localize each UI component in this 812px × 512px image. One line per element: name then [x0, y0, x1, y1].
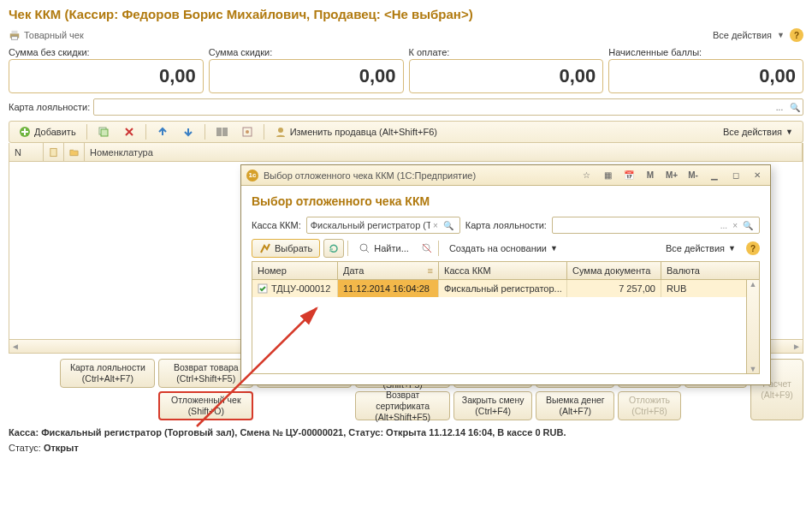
- return-certificate-button[interactable]: Возврат сертификата (Alt+Shift+F5): [355, 391, 450, 420]
- btn-hotkey: (Ctrl+F8): [622, 406, 676, 417]
- col-icon2[interactable]: [64, 143, 85, 161]
- tb-grid-icon[interactable]: ▦: [600, 169, 615, 182]
- add-button[interactable]: Добавить: [13, 123, 82, 140]
- sum-bonus-label: Начисленные баллы:: [608, 47, 803, 57]
- btn-hotkey: (Ctrl+Alt+F7): [64, 373, 151, 384]
- doc-icon: [49, 147, 58, 158]
- delete-button[interactable]: [117, 123, 141, 140]
- dialog-heading: Выбор отложенного чека ККМ: [252, 194, 760, 208]
- toolbar-all-actions[interactable]: Все действия ▼: [717, 124, 799, 140]
- dialog-window-title: Выбор отложенного чека ККМ (1С:Предприят…: [264, 170, 476, 181]
- return-goods-button[interactable]: Возврат товара (Ctrl+Shift+F5): [158, 359, 253, 388]
- items-toolbar: Добавить Изменить продавца (Alt+Shift+F6…: [9, 121, 803, 143]
- ellipsis-icon[interactable]: ...: [718, 221, 730, 230]
- svg-point-7: [246, 130, 249, 134]
- printer-icon: [9, 29, 21, 41]
- svg-rect-2: [12, 37, 18, 40]
- search-icon[interactable]: 🔍: [740, 221, 756, 230]
- sum-bonus-value: 0,00: [608, 59, 803, 93]
- svg-point-10: [360, 244, 367, 251]
- help-icon[interactable]: ?: [790, 28, 803, 42]
- dlg-all-actions[interactable]: Все действия ▼: [659, 239, 743, 258]
- refresh-button[interactable]: [323, 239, 344, 258]
- row-date: 11.12.2014 16:04:28: [338, 280, 439, 297]
- barcode-button[interactable]: [210, 123, 234, 140]
- col-n[interactable]: N: [9, 143, 44, 161]
- select-button[interactable]: Выбрать: [252, 239, 320, 258]
- btn-hotkey: (Alt+F9): [755, 390, 799, 401]
- tb-favorite-icon[interactable]: ☆: [578, 169, 594, 182]
- dialog-titlebar[interactable]: 1c Выбор отложенного чека ККМ (1С:Предпр…: [241, 165, 770, 186]
- tb-mplus-button[interactable]: M+: [664, 169, 679, 182]
- search-icon[interactable]: 🔍: [787, 99, 803, 115]
- tb-calendar-icon[interactable]: 📅: [621, 169, 637, 182]
- loyalty-card-button[interactable]: Карта лояльности (Ctrl+Alt+F7): [60, 359, 155, 388]
- close-icon[interactable]: ✕: [750, 169, 765, 182]
- change-seller-button[interactable]: Изменить продавца (Alt+Shift+F6): [269, 123, 443, 140]
- th-date[interactable]: Дата ≡: [338, 262, 439, 279]
- scroll-left-icon[interactable]: ◄: [11, 342, 20, 351]
- kassa-input[interactable]: Фискальный регистратор (Торг × 🔍: [306, 217, 460, 234]
- scan-button[interactable]: [235, 123, 259, 140]
- barcode-icon: [216, 126, 228, 138]
- items-table-header: N Номенклатура: [9, 143, 803, 162]
- scan-icon: [241, 126, 253, 138]
- dlg-table-header: Номер Дата ≡ Касса ККМ Сумма документа В…: [252, 261, 760, 280]
- move-down-button[interactable]: [176, 123, 200, 140]
- search-icon[interactable]: 🔍: [441, 221, 456, 230]
- col-icon1[interactable]: [44, 143, 64, 161]
- btn-label: Карта лояльности: [64, 362, 151, 373]
- row-sum: 7 257,00: [567, 280, 661, 297]
- clear-icon[interactable]: ×: [730, 221, 740, 230]
- svg-rect-5: [101, 129, 108, 136]
- col-nomenclature[interactable]: Номенклатура: [85, 143, 803, 161]
- clear-icon[interactable]: ×: [430, 221, 441, 230]
- btn-hotkey: (Alt+F7): [540, 406, 610, 417]
- close-shift-button[interactable]: Закрыть смену (Ctrl+F4): [453, 391, 532, 420]
- deferred-check-button[interactable]: Отложенный чек (Shift+O): [158, 391, 253, 420]
- add-label: Добавить: [34, 127, 76, 137]
- tb-m-button[interactable]: M: [643, 169, 658, 182]
- all-actions-link[interactable]: Все действия: [713, 30, 772, 40]
- th-currency[interactable]: Валюта: [661, 262, 759, 279]
- tb-mminus-button[interactable]: M-: [685, 169, 701, 182]
- filter-clear-icon: [421, 242, 433, 254]
- scroll-up-icon[interactable]: ▲: [750, 280, 757, 289]
- scroll-right-icon[interactable]: ►: [792, 342, 801, 351]
- btn-hotkey: (Shift+O): [163, 406, 248, 417]
- btn-hotkey: (Ctrl+Shift+F5): [163, 373, 249, 384]
- kassa-value: Фискальный регистратор (Торг: [311, 220, 430, 230]
- vertical-scrollbar[interactable]: ▲ ▼: [746, 280, 759, 373]
- maximize-icon[interactable]: ◻: [728, 169, 744, 182]
- ellipsis-icon[interactable]: ...: [772, 99, 787, 115]
- goods-receipt-link[interactable]: Товарный чек: [9, 29, 84, 41]
- svg-rect-1: [12, 31, 18, 34]
- dlg-all-actions-label: Все действия: [666, 243, 725, 253]
- dlg-table-body[interactable]: ТДЦУ-000012 11.12.2014 16:04:28 Фискальн…: [252, 280, 760, 374]
- svg-point-8: [278, 128, 283, 133]
- btn-label: Отложенный чек: [163, 395, 248, 406]
- loyalty-label: Карта лояльности:: [9, 102, 90, 112]
- cash-out-button[interactable]: Выемка денег (Alt+F7): [536, 391, 614, 420]
- minimize-icon[interactable]: ▁: [707, 169, 722, 182]
- sum-no-discount-value: 0,00: [9, 59, 204, 93]
- table-row[interactable]: ТДЦУ-000012 11.12.2014 16:04:28 Фискальн…: [252, 280, 759, 297]
- th-sum[interactable]: Сумма документа: [567, 262, 661, 279]
- scroll-down-icon[interactable]: ▼: [750, 365, 757, 373]
- refresh-icon: [328, 242, 340, 254]
- copy-button[interactable]: [92, 123, 116, 140]
- dlg-loyalty-label: Карта лояльности:: [465, 220, 547, 230]
- row-kassa: Фискальный регистратор...: [439, 280, 567, 297]
- dlg-loyalty-input[interactable]: ... × 🔍: [552, 217, 760, 234]
- th-number[interactable]: Номер: [252, 262, 338, 279]
- find-button[interactable]: Найти...: [352, 239, 416, 258]
- clear-filter-button[interactable]: [419, 239, 435, 258]
- move-up-button[interactable]: [151, 123, 175, 140]
- create-based-on-button[interactable]: Создать на основании ▼: [442, 239, 565, 258]
- loyalty-input[interactable]: ... 🔍: [93, 98, 803, 116]
- th-kassa[interactable]: Касса ККМ: [439, 262, 567, 279]
- help-icon[interactable]: ?: [746, 241, 760, 255]
- deferred-check-dialog: 1c Выбор отложенного чека ККМ (1С:Предпр…: [240, 164, 771, 385]
- select-icon: [259, 242, 271, 254]
- btn-label: Возврат товара: [163, 362, 249, 373]
